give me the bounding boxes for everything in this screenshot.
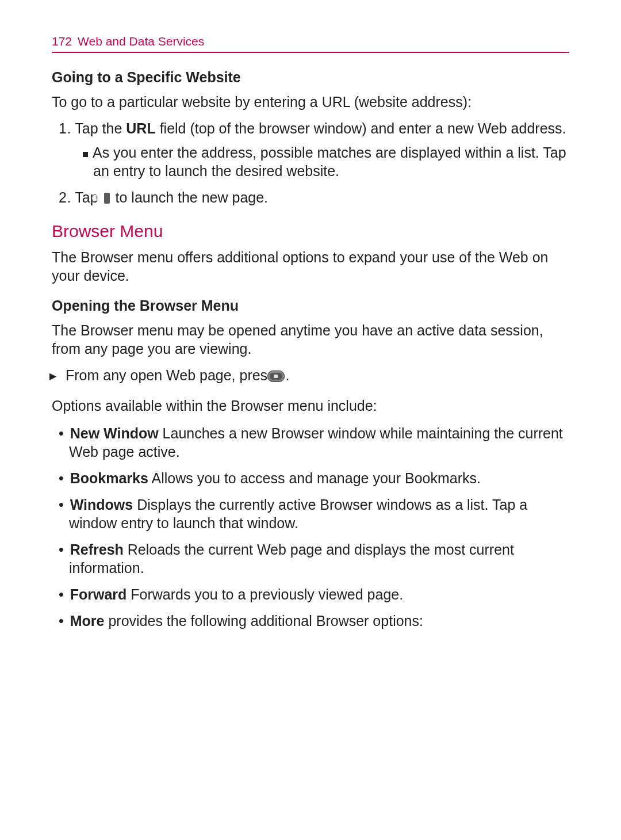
chapter-title: Web and Data Services (78, 35, 204, 48)
step-text-suffix: field (top of the browser window) and en… (156, 120, 566, 136)
step-text-suffix: to launch the new page. (112, 189, 268, 205)
heading-browser-menu: Browser Menu (52, 222, 569, 241)
intro-paragraph: To go to a particular website by enterin… (52, 93, 569, 111)
step-2: 2. Tap Go to launch the new page. (52, 188, 569, 207)
heading-going-to-website: Going to a Specific Website (52, 69, 569, 86)
option-forward: • Forward Forwards you to a previously v… (52, 585, 569, 604)
sub-bullet-text: As you enter the address, possible match… (93, 144, 566, 179)
bullet-icon: • (59, 613, 64, 629)
option-bookmarks: • Bookmarks Allows you to access and man… (52, 469, 569, 487)
option-desc: provides the following additional Browse… (104, 613, 423, 629)
browser-menu-intro: The Browser menu offers additional optio… (52, 248, 569, 285)
option-more: • More provides the following additional… (52, 612, 569, 630)
step-number: 1. (59, 120, 71, 136)
option-desc: Reloads the current Web page and display… (69, 541, 514, 576)
step-number: 2. (59, 189, 71, 205)
step-text-prefix: Tap the (75, 120, 126, 136)
option-label: More (70, 613, 105, 629)
option-new-window: • New Window Launches a new Browser wind… (52, 424, 569, 461)
instruction-text-suffix: . (286, 367, 290, 383)
bullet-icon: • (59, 497, 64, 513)
option-label: Refresh (70, 541, 124, 558)
option-label: Windows (70, 497, 133, 513)
instruction-press-menu: ▶From any open Web page, press . (52, 366, 569, 386)
page-number: 172 (52, 35, 72, 48)
option-desc: Forwards you to a previously viewed page… (126, 586, 403, 602)
option-desc: Displays the currently active Browser wi… (69, 497, 527, 531)
option-refresh: • Refresh Reloads the current Web page a… (52, 540, 569, 577)
go-button-icon: Go (104, 193, 110, 204)
option-desc: Allows you to access and manage your Boo… (148, 470, 481, 486)
heading-opening-browser-menu: Opening the Browser Menu (52, 297, 569, 314)
url-field-label: URL (126, 120, 155, 136)
square-bullet-icon (83, 152, 88, 157)
step-1-subitem: As you enter the address, possible match… (52, 143, 569, 180)
opening-browser-menu-para: The Browser menu may be opened anytime y… (52, 321, 569, 358)
bullet-icon: • (59, 586, 64, 602)
svg-rect-2 (274, 375, 278, 378)
step-1: 1. Tap the URL field (top of the browser… (52, 119, 569, 138)
instruction-text-prefix: From any open Web page, press (66, 367, 279, 383)
option-windows: • Windows Displays the currently active … (52, 495, 569, 532)
bullet-icon: • (59, 470, 64, 486)
option-label: Forward (70, 586, 127, 602)
bullet-icon: • (59, 541, 64, 558)
bullet-icon: • (59, 425, 64, 441)
options-heading: Options available within the Browser men… (52, 396, 569, 415)
page-header: 172 Web and Data Services (52, 35, 569, 53)
document-page: 172 Web and Data Services Going to a Spe… (0, 0, 621, 840)
option-label: Bookmarks (70, 470, 148, 486)
option-label: New Window (70, 425, 159, 441)
menu-button-icon (280, 368, 285, 386)
